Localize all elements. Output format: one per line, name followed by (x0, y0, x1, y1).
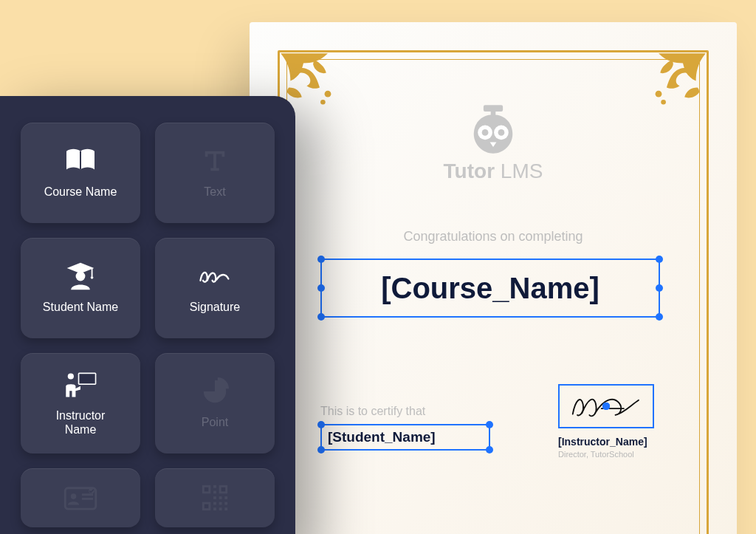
brand-name-b: LMS (495, 160, 543, 182)
tile-instructor-name[interactable]: Instructor Name (21, 353, 140, 453)
director-line: Director, TutorSchool (558, 450, 684, 459)
svg-point-16 (68, 373, 74, 379)
svg-rect-10 (80, 151, 81, 170)
instructor-icon (63, 370, 97, 400)
id-card-icon (63, 483, 97, 513)
student-name-placeholder[interactable]: [Student_Name] (320, 424, 490, 451)
brand-name: Tutor LMS (250, 160, 737, 183)
svg-rect-36 (213, 507, 216, 510)
student-name-text: [Student_Name] (328, 429, 436, 445)
signature-area: [Instructor_Name] Director, TutorSchool (558, 384, 684, 459)
svg-rect-15 (79, 374, 94, 383)
resize-handle[interactable] (317, 313, 325, 321)
text-icon (198, 146, 232, 176)
svg-rect-25 (221, 487, 226, 492)
tile-label: Text (204, 185, 225, 199)
graduate-icon (63, 261, 97, 291)
resize-handle[interactable] (656, 313, 663, 321)
stage: Tutor LMS Congratulations on completing … (0, 0, 756, 534)
svg-rect-31 (219, 496, 222, 499)
svg-rect-20 (82, 498, 93, 500)
resize-handle[interactable] (486, 421, 493, 428)
tile-label: Student Name (43, 300, 118, 314)
tile-id-card[interactable] (21, 468, 140, 527)
svg-rect-35 (213, 502, 216, 505)
svg-rect-28 (213, 485, 216, 488)
svg-rect-11 (92, 268, 93, 276)
resize-handle[interactable] (656, 284, 663, 292)
svg-point-12 (91, 276, 94, 279)
tile-point[interactable]: Point (155, 353, 275, 453)
svg-rect-23 (205, 487, 209, 492)
course-name-placeholder[interactable]: [Course_Name] (320, 259, 660, 318)
instructor-name-text: [Instructor_Name] (558, 436, 684, 448)
svg-rect-37 (219, 507, 222, 510)
resize-handle[interactable] (317, 446, 325, 453)
svg-rect-27 (205, 504, 209, 509)
tile-student-name[interactable]: Student Name (21, 238, 140, 338)
signature-icon (198, 261, 232, 291)
svg-rect-38 (224, 507, 227, 510)
elements-grid: Course Name Text Student Name Signature (21, 123, 275, 527)
book-icon (63, 146, 97, 176)
signature-placeholder[interactable] (558, 384, 654, 428)
qr-code-icon (198, 483, 232, 513)
svg-rect-34 (224, 502, 227, 505)
svg-point-13 (76, 272, 86, 281)
tile-label: Point (202, 415, 228, 429)
resize-handle[interactable] (317, 421, 325, 428)
resize-handle[interactable] (602, 403, 610, 410)
certificate-canvas[interactable]: Tutor LMS Congratulations on completing … (250, 22, 737, 534)
congrats-text: Congratulations on completing (250, 229, 737, 244)
tile-label: Course Name (44, 185, 117, 199)
course-name-text: [Course_Name] (381, 272, 599, 305)
svg-rect-33 (219, 502, 222, 505)
svg-point-0 (325, 91, 331, 97)
brand-logo: Tutor LMS (250, 103, 737, 183)
svg-point-9 (498, 129, 505, 136)
elements-panel: Course Name Text Student Name Signature (0, 96, 295, 534)
svg-rect-32 (224, 496, 227, 499)
resize-handle[interactable] (656, 256, 663, 263)
tile-text[interactable]: Text (155, 123, 275, 223)
tile-label: Signature (190, 300, 241, 314)
resize-handle[interactable] (486, 446, 493, 453)
resize-handle[interactable] (317, 256, 325, 263)
svg-rect-29 (213, 491, 216, 494)
owl-icon (467, 103, 519, 155)
tile-course-name[interactable]: Course Name (21, 123, 140, 223)
svg-point-8 (482, 129, 489, 136)
svg-point-18 (71, 493, 77, 499)
tile-signature[interactable]: Signature (155, 238, 275, 338)
pie-chart-icon (198, 377, 232, 406)
tile-label: Instructor Name (56, 408, 106, 437)
svg-rect-19 (82, 493, 93, 496)
tile-qr-code[interactable] (155, 468, 275, 527)
resize-handle[interactable] (317, 284, 325, 292)
brand-name-a: Tutor (444, 160, 495, 182)
certify-label: This is to certify that (320, 405, 425, 418)
svg-point-2 (656, 91, 662, 97)
svg-rect-30 (213, 496, 216, 499)
